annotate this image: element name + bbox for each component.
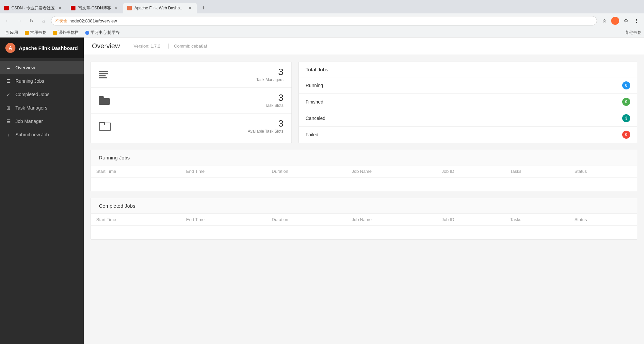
job-status-failed-badge: 0 <box>622 131 630 139</box>
running-jobs-table-body <box>91 178 637 191</box>
job-status-canceled-badge: 3 <box>622 114 630 122</box>
bookmark-study-icon <box>85 31 89 35</box>
running-jobs-icon: ☰ <box>5 78 11 84</box>
job-status-canceled-label: Canceled <box>306 116 325 121</box>
address-text: node02:8081/#/overview <box>69 18 593 23</box>
tab-close-csdn2[interactable]: ✕ <box>114 5 119 11</box>
apps-icon: ⊞ <box>5 30 9 35</box>
running-col-end-time: End Time <box>181 165 266 178</box>
reload-button[interactable]: ↻ <box>27 16 36 25</box>
running-jobs-section-header: Running Jobs <box>91 150 637 165</box>
tab-close-flink[interactable]: ✕ <box>187 5 193 11</box>
running-jobs-header-row: Start Time End Time Duration Job Name Jo… <box>91 165 637 178</box>
sidebar-item-submit-job[interactable]: ↑ Submit new Job <box>0 128 84 141</box>
new-tab-button[interactable]: + <box>198 3 209 13</box>
job-status-failed-label: Failed <box>306 132 318 137</box>
commit-label: Commit: ceba8af <box>168 44 207 49</box>
sidebar-item-job-manager[interactable]: ☰ Job Manager <box>0 115 84 128</box>
profile-button[interactable] <box>610 16 620 25</box>
address-bar-row: ← → ↻ ⌂ 不安全 node02:8081/#/overview ☆ ⚙ ⋮ <box>0 13 644 28</box>
total-jobs-header: Total Jobs <box>299 62 637 77</box>
bookmark-study[interactable]: 学习中心|博学谷 <box>83 29 122 36</box>
bookmark-extra-icon <box>53 31 57 35</box>
main-content: Overview Version: 1.7.2 Commit: ceba8af <box>84 38 644 344</box>
bookmark-extra[interactable]: 课外书签栏 <box>50 29 81 36</box>
sidebar-item-running-jobs[interactable]: ☰ Running Jobs <box>0 74 84 88</box>
sidebar-header: A Apache Flink Dashboard <box>0 38 84 58</box>
completed-col-tasks: Tasks <box>505 214 569 226</box>
bookmark-apps-label: 应用 <box>10 30 18 36</box>
version-label: Version: 1.7.2 <box>128 44 160 49</box>
job-manager-icon: ☰ <box>5 119 11 124</box>
job-status-running-label: Running <box>306 83 323 88</box>
running-jobs-empty-cell <box>91 178 637 191</box>
overview-icon: ≡ <box>5 65 11 70</box>
submit-job-icon: ↑ <box>5 132 11 137</box>
browser-chrome: CSDN - 专业开发者社区 ✕ 写文章-CSDN博客 ✕ Apache Fli… <box>0 0 644 38</box>
menu-button[interactable]: ⋮ <box>632 16 641 25</box>
bookmark-common-label: 常用书签 <box>30 30 46 36</box>
job-status-running-row: Running 0 <box>299 77 637 94</box>
sidebar-item-completed-jobs[interactable]: ✓ Completed Jobs <box>0 88 84 101</box>
sidebar-item-task-managers-label: Task Managers <box>15 105 47 111</box>
tab-close-csdn1[interactable]: ✕ <box>57 5 63 11</box>
bookmark-apps[interactable]: ⊞ 应用 <box>3 29 21 36</box>
completed-col-job-id: Job ID <box>436 214 505 226</box>
completed-jobs-icon: ✓ <box>5 92 11 97</box>
sidebar-item-job-manager-label: Job Manager <box>15 119 43 124</box>
completed-jobs-header-row: Start Time End Time Duration Job Name Jo… <box>91 214 637 226</box>
available-slots-count: 3 <box>248 119 283 128</box>
job-status-canceled-row: Canceled 3 <box>299 110 637 127</box>
sidebar-item-overview-label: Overview <box>15 65 35 70</box>
back-button[interactable]: ← <box>3 16 12 25</box>
tab-csdn1[interactable]: CSDN - 专业开发者社区 ✕ <box>0 3 67 13</box>
running-col-job-id: Job ID <box>436 165 505 178</box>
task-managers-stat-icon <box>99 71 116 78</box>
available-slots-stat-row: 3 Available Task Slots <box>91 114 291 139</box>
completed-col-job-name: Job Name <box>346 214 436 226</box>
other-bookmarks[interactable]: 某他书签 <box>625 30 641 36</box>
overview-row: 3 Task Managers 3 Task Slots <box>91 62 637 143</box>
completed-col-start-time: Start Time <box>91 214 181 226</box>
task-managers-label: Task Managers <box>256 77 283 82</box>
completed-jobs-table-body <box>91 226 637 239</box>
running-col-duration: Duration <box>266 165 346 178</box>
main-body: 3 Task Managers 3 Task Slots <box>84 55 644 253</box>
bookmark-button[interactable]: ☆ <box>600 16 609 25</box>
task-managers-count: 3 <box>256 67 283 77</box>
bookmark-common[interactable]: 常用书签 <box>22 29 49 36</box>
tab-label-flink: Apache Flink Web Dashboard <box>135 6 185 10</box>
tab-favicon-flink <box>127 6 132 10</box>
task-slots-stat-row: 3 Task Slots <box>91 88 291 114</box>
job-status-finished-badge: 0 <box>622 98 630 106</box>
address-bar[interactable]: 不安全 node02:8081/#/overview <box>51 16 597 25</box>
job-status-failed-row: Failed 0 <box>299 127 637 143</box>
tab-csdn2[interactable]: 写文章-CSDN博客 ✕ <box>67 3 123 13</box>
job-status-finished-label: Finished <box>306 99 323 105</box>
home-button[interactable]: ⌂ <box>39 16 48 25</box>
tab-flink[interactable]: Apache Flink Web Dashboard ✕ <box>123 3 197 13</box>
sidebar-item-completed-jobs-label: Completed Jobs <box>15 92 49 97</box>
completed-jobs-table-head: Start Time End Time Duration Job Name Jo… <box>91 214 637 226</box>
running-jobs-table-head: Start Time End Time Duration Job Name Jo… <box>91 165 637 178</box>
sidebar-item-running-jobs-label: Running Jobs <box>15 78 44 84</box>
running-col-job-name: Job Name <box>346 165 436 178</box>
completed-jobs-section: Completed Jobs Start Time End Time Durat… <box>91 198 637 239</box>
extensions-button[interactable]: ⚙ <box>621 16 631 25</box>
page-title: Overview <box>92 42 120 50</box>
sidebar-nav: ≡ Overview ☰ Running Jobs ✓ Completed Jo… <box>0 58 84 344</box>
main-header: Overview Version: 1.7.2 Commit: ceba8af <box>84 38 644 55</box>
forward-button[interactable]: → <box>15 16 24 25</box>
running-jobs-table: Start Time End Time Duration Job Name Jo… <box>91 165 637 191</box>
running-col-start-time: Start Time <box>91 165 181 178</box>
completed-col-duration: Duration <box>266 214 346 226</box>
bookmark-common-icon <box>25 31 29 35</box>
task-managers-stat-value-area: 3 Task Managers <box>256 67 283 82</box>
available-slots-stat-icon <box>99 122 116 131</box>
browser-actions: ☆ ⚙ ⋮ <box>600 16 641 25</box>
sidebar-item-overview[interactable]: ≡ Overview <box>0 61 84 74</box>
task-slots-stat-icon <box>99 96 116 105</box>
running-col-status: Status <box>569 165 637 178</box>
job-status-finished-row: Finished 0 <box>299 94 637 110</box>
sidebar-item-task-managers[interactable]: ⊞ Task Managers <box>0 101 84 115</box>
